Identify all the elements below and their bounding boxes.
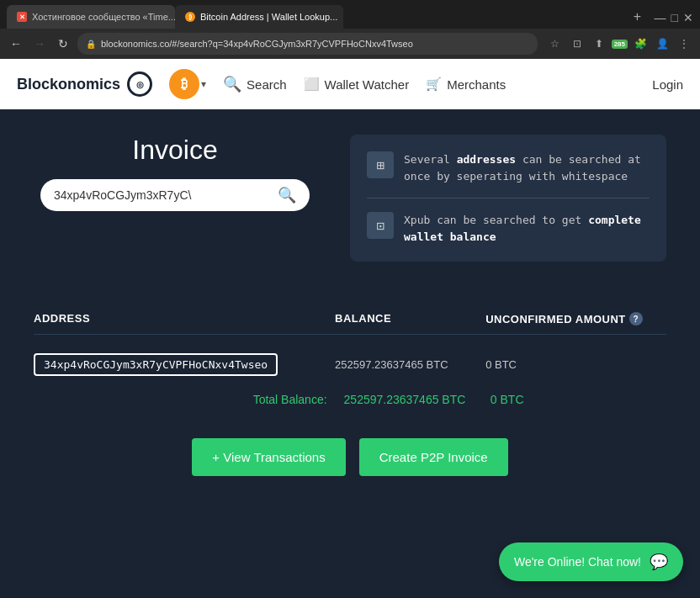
browser-controls: ← → ↻ 🔒 blockonomics.co/#/search?q=34xp4… [0,29,700,59]
tab-2-icon: ₿ [185,12,195,22]
lock-icon: 🔒 [86,40,96,49]
info-text-2: Xpub can be searched to get complete wal… [404,212,650,245]
search-icon: 🔍 [223,75,241,93]
xpub-icon: ⊡ [367,212,394,239]
results-section: ADDRESS BALANCE UNCONFIRMED AMOUNT ? 34x… [0,287,700,527]
multi-address-icon: ⊞ [367,151,394,178]
maximize-button[interactable]: □ [671,11,678,24]
tabs-right: + — □ ✕ [624,7,693,29]
info-divider [367,198,650,198]
tab-1-icon: ✕ [17,12,27,22]
tab-2-close[interactable]: ✕ [342,11,343,23]
search-input[interactable] [54,188,271,202]
menu-icon[interactable]: ⋮ [675,34,693,53]
reload-button[interactable]: ↻ [54,34,72,53]
col-unconfirmed-header: UNCONFIRMED AMOUNT ? [485,312,666,325]
unconfirmed-help-icon[interactable]: ? [629,312,643,325]
results-header: ADDRESS BALANCE UNCONFIRMED AMOUNT ? [34,304,666,335]
search-box: 🔍 [40,179,310,211]
dropdown-arrow-icon: ▾ [201,78,206,90]
wallet-watcher-label: Wallet Watcher [325,77,410,92]
share-icon[interactable]: ⬆ [590,34,608,53]
screenshot-icon[interactable]: ⊡ [568,34,586,53]
wallet-watcher-icon: ⬜ [304,77,320,92]
back-button[interactable]: ← [7,34,25,53]
search-submit-button[interactable]: 🔍 [278,186,296,204]
close-button[interactable]: ✕ [683,11,693,24]
profile-icon[interactable]: 👤 [653,34,671,53]
col-address-header: ADDRESS [34,312,335,325]
browser-actions: ☆ ⊡ ⬆ 285 🧩 👤 ⋮ [546,34,693,53]
invoice-title: Invoice [132,135,217,166]
address-bar-text: blockonomics.co/#/search?q=34xp4vRoCGJym… [101,39,413,49]
info-item-1: ⊞ Several addresses can be searched at o… [367,151,650,184]
merchants-icon: 🛒 [426,77,442,92]
logo-text: Blockonomics [17,76,120,93]
total-row: Total Balance: 252597.23637465 BTC 0 BTC [34,386,666,413]
address-bar[interactable]: 🔒 blockonomics.co/#/search?q=34xp4vRoCGJ… [77,33,538,55]
nav-merchants[interactable]: 🛒 Merchants [426,77,506,92]
view-transactions-button[interactable]: + View Transactions [192,438,345,476]
chat-widget[interactable]: We're Online! Chat now! 💬 [499,542,683,581]
nav-wallet-watcher[interactable]: ⬜ Wallet Watcher [304,77,410,92]
browser-chrome: ✕ Хостинговое сообщество «Time... ✕ ₿ Bi… [0,0,700,59]
chat-icon: 💬 [650,553,668,571]
action-buttons: + View Transactions Create P2P Invoice [34,413,666,493]
hero-section: Invoice 🔍 ⊞ Several addresses can be sea… [0,109,700,287]
logo-area: Blockonomics ◎ [17,71,152,97]
chat-label: We're Online! Chat now! [514,555,641,569]
tab-1[interactable]: ✕ Хостинговое сообщество «Time... ✕ [7,5,175,29]
tab-2-label: Bitcoin Address | Wallet Lookup... [200,12,337,22]
col-balance-header: BALANCE [335,312,485,325]
unconfirmed-cell: 0 BTC [485,358,666,371]
extensions-icon[interactable]: 🧩 [631,34,650,53]
search-label: Search [247,77,287,92]
create-invoice-button[interactable]: Create P2P Invoice [359,438,508,476]
login-button[interactable]: Login [652,77,683,92]
total-balance-value: 252597.23637465 BTC [344,393,491,406]
extension-badge: 285 [612,40,628,49]
tab-2[interactable]: ₿ Bitcoin Address | Wallet Lookup... ✕ [175,5,343,29]
total-unconfirmed-value: 0 BTC [491,393,666,406]
hero-left: Invoice 🔍 [34,135,316,211]
address-value[interactable]: 34xp4vRoCGJym3xR7yCVPFHoCNxv4Twseo [34,353,278,376]
info-text-1: Several addresses can be searched at onc… [404,151,650,184]
logo-circle-icon: ◎ [127,71,152,97]
forward-button[interactable]: → [30,34,49,53]
btc-icon: ₿ [169,69,199,99]
minimize-button[interactable]: — [655,11,666,24]
browser-tabs: ✕ Хостинговое сообщество «Time... ✕ ₿ Bi… [0,0,700,29]
nav-search[interactable]: 🔍 Search [223,75,287,93]
btc-dropdown[interactable]: ₿ ▾ [169,69,206,99]
new-tab-button[interactable]: + [628,7,648,27]
merchants-label: Merchants [447,77,506,92]
top-nav: Blockonomics ◎ ₿ ▾ 🔍 Search ⬜ Wallet Wat… [0,59,700,109]
tab-1-label: Хостинговое сообщество «Time... [32,12,175,22]
hero-right: ⊞ Several addresses can be searched at o… [350,135,666,262]
info-item-2: ⊡ Xpub can be searched to get complete w… [367,212,650,245]
bookmark-icon[interactable]: ☆ [546,34,565,53]
table-row: 34xp4vRoCGJym3xR7yCVPFHoCNxv4Twseo 25259… [34,343,666,386]
total-label: Total Balance: [34,393,344,406]
site-wrapper: Blockonomics ◎ ₿ ▾ 🔍 Search ⬜ Wallet Wat… [0,59,700,527]
address-cell: 34xp4vRoCGJym3xR7yCVPFHoCNxv4Twseo [34,353,335,376]
balance-cell: 252597.23637465 BTC [335,358,485,371]
